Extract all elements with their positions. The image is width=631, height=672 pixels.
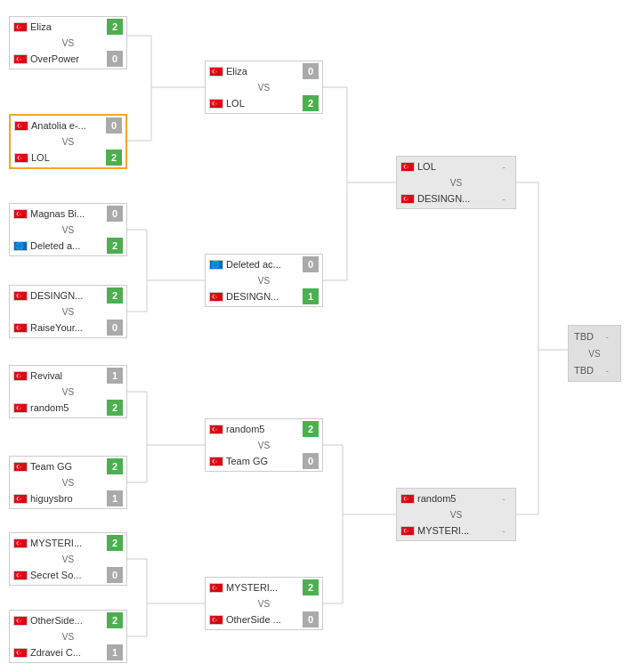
r1m7-flag1 (13, 538, 28, 548)
r1m2-score1: 0 (106, 117, 122, 134)
r1m7-team1-row: MYSTERI... 2 (10, 533, 126, 553)
r2m3-team2-row: Team GG 0 (206, 451, 322, 471)
r2m4-team1-name: MYSTERI... (226, 582, 300, 593)
r1m3-flag1 (13, 209, 28, 219)
r1m7-team2-row: Secret So... 0 (10, 565, 126, 585)
r1m6-flag2 (13, 494, 28, 504)
r2m4-score2: 0 (303, 611, 319, 627)
r1m4-flag1 (13, 291, 28, 301)
r3m2-team2-row: MYSTERI... - (397, 521, 515, 540)
r2m1-score2: 2 (303, 95, 319, 111)
r2m1-team1-row: Eliza 0 (206, 61, 322, 81)
r2m4-team1-row: MYSTERI... 2 (206, 578, 322, 597)
r2m4-team2-row: OtherSide ... 0 (206, 610, 322, 629)
r1m1-flag2 (13, 54, 28, 64)
r4m1-tbd2: TBD (574, 365, 594, 376)
r3m2-team1-row: random5 - (397, 489, 515, 508)
r2m1-team2-row: LOL 2 (206, 93, 322, 113)
r2m2-team2-row: DESINGN... 1 (206, 287, 322, 306)
r1m4-team1-name: DESINGN... (30, 290, 104, 301)
r1m2-team1-name: Anatolia e-... (31, 120, 103, 131)
r1m3-match: Magnas Bi... 0 VS Deleted a... 2 (9, 203, 127, 256)
bracket-container: Eliza 2 VS OverPower 0 Anatolia e-... 0 … (0, 0, 631, 672)
r2m2-flag1 (209, 260, 223, 270)
r3m2-score1: - (496, 490, 512, 506)
r1m4-team1-row: DESINGN... 2 (10, 286, 126, 305)
r1m7-match: MYSTERI... 2 VS Secret So... 0 (9, 532, 127, 586)
r1m7-team2-name: Secret So... (30, 570, 104, 580)
r1m6-vs: VS (10, 476, 126, 489)
r2m4-flag2 (209, 615, 223, 625)
r1m6-score1: 2 (107, 458, 123, 474)
r1m8-team2-name: Zdravei C... (30, 647, 104, 658)
r1m2-flag2 (14, 153, 28, 163)
r2m1-score1: 0 (303, 63, 319, 79)
r1m8-match: OtherSide... 2 VS Zdravei C... 1 (9, 610, 127, 663)
r2m3-team1-name: random5 (226, 424, 300, 434)
r2m1-team1-name: Eliza (226, 66, 300, 77)
r2m3-flag1 (209, 425, 223, 434)
r2m4-team2-name: OtherSide ... (226, 614, 300, 625)
r1m1-vs: VS (10, 36, 126, 49)
r1m1-team1-row: Eliza 2 (10, 17, 126, 36)
r1m3-team1-name: Magnas Bi... (30, 208, 104, 219)
r2m1-match: Eliza 0 VS LOL 2 (205, 61, 323, 114)
r2m3-vs: VS (206, 439, 322, 451)
r4m1-team1: TBD - (569, 326, 620, 347)
r3m2-team1-name: random5 (417, 493, 493, 504)
r1m8-team2-row: Zdravei C... 1 (10, 643, 126, 662)
r1m5-team1-name: Revival (30, 370, 104, 381)
r4m1-score2: - (599, 362, 615, 378)
r3m1-score2: - (496, 190, 512, 206)
r3m1-team2-row: DESINGN... - (397, 189, 515, 208)
r3m2-match: random5 - VS MYSTERI... - (396, 488, 516, 541)
r1m3-score2: 2 (107, 238, 123, 254)
r3m2-vs: VS (397, 508, 515, 521)
r4m1-team2: TBD - (569, 360, 620, 381)
r3m1-flag2 (400, 194, 415, 204)
r1m6-flag1 (13, 462, 28, 472)
r3m1-match: LOL - VS DESINGN... - (396, 156, 516, 209)
r2m3-score1: 2 (303, 421, 319, 437)
r1m1-match: Eliza 2 VS OverPower 0 (9, 16, 127, 69)
r3m1-vs: VS (397, 176, 515, 189)
r1m3-team2-row: Deleted a... 2 (10, 236, 126, 255)
r2m4-flag1 (209, 583, 223, 593)
r1m5-team2-row: random5 2 (10, 398, 126, 417)
r1m7-team1-name: MYSTERI... (30, 538, 104, 548)
r1m6-team1-name: Team GG (30, 461, 104, 472)
r1m3-flag2 (13, 241, 28, 251)
r3m1-score1: - (496, 158, 512, 174)
r1m5-match: Revival 1 VS random5 2 (9, 365, 127, 418)
r3m2-flag1 (400, 494, 415, 504)
r2m1-flag1 (209, 67, 223, 77)
r3m1-team2-name: DESINGN... (417, 193, 493, 204)
r2m2-vs: VS (206, 274, 322, 287)
r1m6-team2-name: higuysbro (30, 493, 104, 504)
r1m8-score2: 1 (107, 644, 123, 660)
r1m5-team2-name: random5 (30, 402, 104, 413)
r1m2-team1-row: Anatolia e-... 0 (11, 116, 125, 135)
r2m3-team1-row: random5 2 (206, 419, 322, 439)
r1m4-vs: VS (10, 305, 126, 318)
r1m1-flag1 (13, 22, 28, 32)
r1m8-team1-name: OtherSide... (30, 615, 104, 626)
r1m1-team1-name: Eliza (30, 21, 104, 32)
r1m3-vs: VS (10, 223, 126, 236)
r1m6-team1-row: Team GG 2 (10, 457, 126, 476)
r1m3-score1: 0 (107, 206, 123, 222)
r1m1-score2: 0 (107, 51, 123, 67)
r1m5-flag2 (13, 403, 28, 413)
r2m2-team1-row: Deleted ac... 0 (206, 255, 322, 274)
r2m3-match: random5 2 VS Team GG 0 (205, 418, 323, 472)
r1m2-team2-row: LOL 2 (11, 148, 125, 167)
bracket-wrapper: Eliza 2 VS OverPower 0 Anatolia e-... 0 … (9, 9, 622, 663)
r1m4-match: DESINGN... 2 VS RaiseYour... 0 (9, 285, 127, 338)
r2m2-score2: 1 (303, 288, 319, 304)
r1m8-flag1 (13, 616, 28, 626)
r1m8-vs: VS (10, 630, 126, 643)
r1m4-flag2 (13, 323, 28, 333)
r1m5-vs: VS (10, 385, 126, 398)
r2m4-vs: VS (206, 597, 322, 610)
r2m2-team1-name: Deleted ac... (226, 259, 300, 270)
